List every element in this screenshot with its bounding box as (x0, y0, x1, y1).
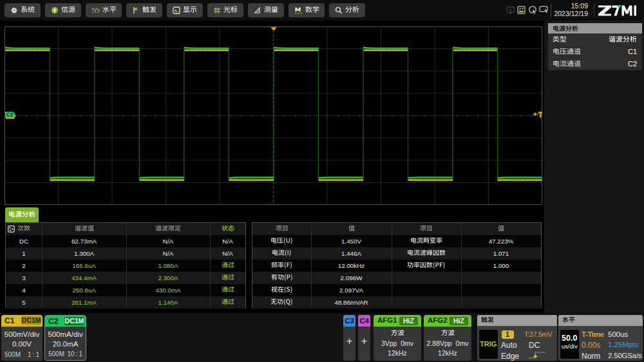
svg-text:C2: C2 (6, 111, 14, 118)
